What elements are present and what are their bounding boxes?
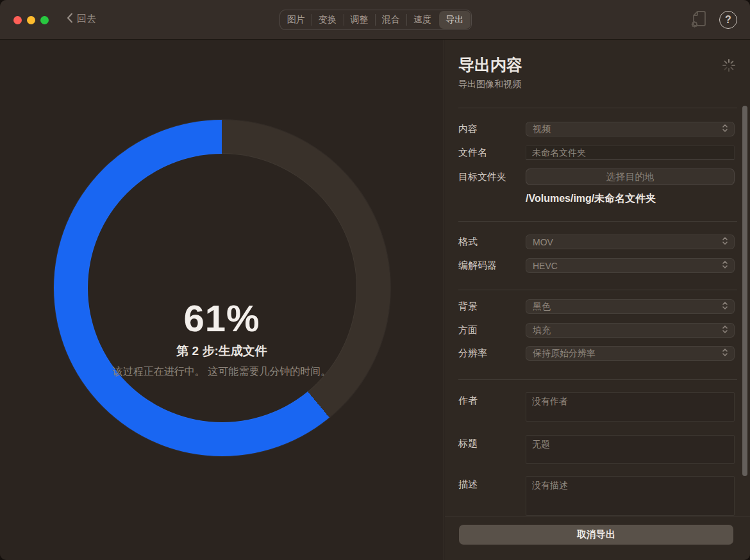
progress-percent: 61% [0, 299, 444, 338]
title-input[interactable] [526, 435, 735, 464]
panel-subtitle: 导出图像和视频 [458, 78, 737, 90]
section-divider [458, 379, 737, 380]
description-row: 描述 [458, 476, 737, 518]
section-divider [458, 221, 737, 222]
codec-value: HEVC [533, 261, 721, 271]
title-label: 标题 [458, 435, 526, 450]
progress-readout: 61% 第 2 步:生成文件 该过程正在进行中。 这可能需要几分钟的时间。 [0, 299, 444, 379]
titlebar-actions: ? [690, 0, 750, 40]
tab-picture[interactable]: 图片 [280, 10, 312, 29]
chevron-updown-icon [721, 301, 729, 312]
filename-label: 文件名 [458, 147, 526, 159]
mode-tabs: 图片 变换 调整 混合 速度 导出 [279, 10, 472, 30]
file-settings-icon[interactable] [690, 9, 708, 31]
background-label: 背景 [458, 301, 526, 313]
codec-row: 编解码器 HEVC [458, 258, 737, 273]
resolution-label: 分辨率 [458, 347, 526, 359]
chevron-updown-icon [721, 325, 729, 336]
aspect-value: 填充 [533, 325, 721, 336]
content-label: 内容 [458, 123, 526, 135]
help-icon[interactable]: ? [719, 11, 737, 29]
chevron-updown-icon [721, 124, 729, 135]
destination-label: 目标文件夹 [458, 171, 526, 183]
destination-row: 目标文件夹 选择目的地 [458, 169, 737, 185]
zoom-button[interactable] [40, 16, 49, 24]
tab-speed[interactable]: 速度 [406, 10, 438, 29]
content-dropdown[interactable]: 视频 [526, 122, 735, 136]
title-row: 标题 [458, 435, 737, 466]
progress-ring-hole [88, 154, 356, 422]
destination-path: /Volumes/img/未命名文件夹 [526, 192, 737, 205]
tab-blend[interactable]: 混合 [375, 10, 406, 29]
back-label: 回去 [77, 13, 96, 25]
close-button[interactable] [13, 16, 22, 24]
background-value: 黑色 [533, 301, 721, 313]
format-dropdown[interactable]: MOV [526, 235, 735, 249]
filename-row: 文件名 [458, 145, 737, 160]
codec-label: 编解码器 [458, 259, 526, 272]
tab-export[interactable]: 导出 [439, 11, 471, 29]
cancel-export-button[interactable]: 取消导出 [459, 525, 733, 545]
titlebar: 回去 图片 变换 调整 混合 速度 导出 [0, 0, 750, 40]
description-input[interactable] [526, 476, 735, 516]
aspect-label: 方面 [458, 324, 526, 336]
traffic-lights [13, 16, 49, 24]
background-dropdown[interactable]: 黑色 [526, 299, 735, 314]
resolution-value: 保持原始分辨率 [533, 348, 721, 359]
background-row: 背景 黑色 [458, 299, 737, 314]
description-label: 描述 [458, 476, 526, 491]
chevron-updown-icon [721, 260, 729, 271]
choose-destination-button[interactable]: 选择目的地 [526, 169, 735, 185]
panel-title: 导出内容 [458, 55, 737, 74]
tab-adjust[interactable]: 调整 [344, 10, 375, 29]
app-window: 回去 图片 变换 调整 混合 速度 导出 [0, 0, 750, 560]
export-progress-canvas: 61% 第 2 步:生成文件 该过程正在进行中。 这可能需要几分钟的时间。 [0, 40, 444, 560]
chevron-updown-icon [721, 236, 729, 247]
author-row: 作者 [458, 392, 737, 424]
chevron-updown-icon [721, 348, 729, 359]
activity-spinner-icon [722, 59, 735, 72]
resolution-row: 分辨率 保持原始分辨率 [458, 346, 737, 361]
format-row: 格式 MOV [458, 235, 737, 249]
section-divider [458, 290, 737, 290]
filename-input[interactable] [526, 145, 735, 160]
author-input[interactable] [526, 392, 735, 422]
tab-transform[interactable]: 变换 [312, 10, 343, 29]
back-button[interactable]: 回去 [67, 13, 96, 25]
format-value: MOV [533, 237, 721, 247]
chevron-left-icon [67, 13, 73, 25]
aspect-dropdown[interactable]: 填充 [526, 323, 735, 338]
minimize-button[interactable] [27, 16, 35, 24]
progress-status: 该过程正在进行中。 这可能需要几分钟的时间。 [0, 365, 444, 379]
aspect-row: 方面 填充 [458, 323, 737, 338]
author-label: 作者 [458, 392, 526, 407]
scrollbar-thumb[interactable] [742, 106, 747, 476]
resolution-dropdown[interactable]: 保持原始分辨率 [526, 346, 735, 361]
content-value: 视频 [533, 124, 721, 135]
export-panel: 导出内容 导出图像和视频 内容 视频 文件名 目标文件夹 选择目的地 /Volu… [445, 40, 750, 560]
codec-dropdown[interactable]: HEVC [526, 258, 735, 273]
progress-ring [54, 120, 390, 456]
format-label: 格式 [458, 236, 526, 248]
progress-step: 第 2 步:生成文件 [0, 343, 444, 359]
section-divider [458, 108, 737, 108]
content-row: 内容 视频 [458, 122, 737, 136]
panel-footer: 取消导出 [445, 516, 750, 560]
